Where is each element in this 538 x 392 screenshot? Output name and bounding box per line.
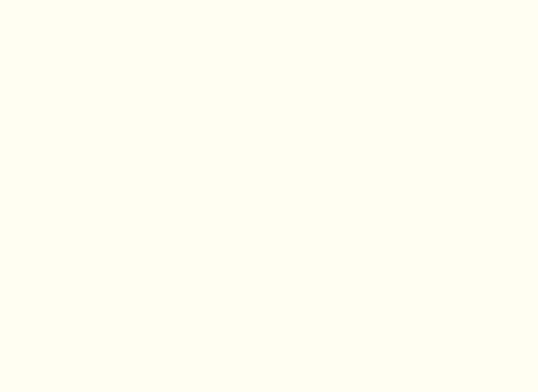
org-chart <box>0 0 538 392</box>
connector-lines <box>0 0 538 392</box>
